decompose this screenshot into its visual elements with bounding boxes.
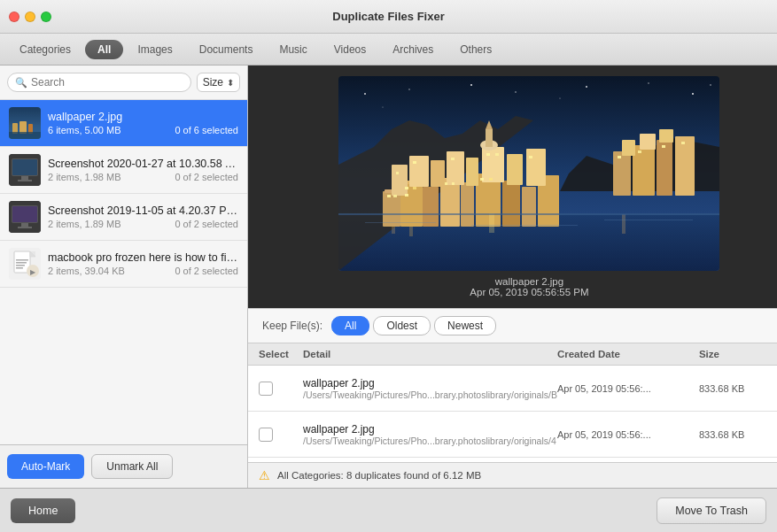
- home-button[interactable]: Home: [11, 498, 75, 523]
- list-item[interactable]: wallpaper 2.jpg 6 items, 5.00 MB 0 of 6 …: [0, 100, 247, 147]
- tab-others[interactable]: Others: [447, 40, 504, 59]
- row-date-col: Apr 05, 2019 05:56:...: [557, 383, 699, 394]
- row-checkbox[interactable]: [259, 428, 273, 442]
- svg-rect-47: [526, 149, 546, 186]
- file-info: Screenshot 2019-11-05 at 4.20.37 PM... 2…: [48, 204, 238, 229]
- row-detail-col: wallpaper 2.jpg /Users/Tweaking/Pictures…: [303, 423, 557, 446]
- file-meta: 2 items, 39.04 KB 0 of 2 selected: [48, 266, 238, 276]
- status-message: All Categories: 8 duplicates found of 6.…: [277, 470, 481, 481]
- move-to-trash-button[interactable]: Move To Trash: [657, 497, 766, 524]
- tab-images[interactable]: Images: [125, 40, 184, 59]
- auto-mark-button[interactable]: Auto-Mark: [7, 454, 84, 479]
- svg-rect-41: [409, 156, 429, 187]
- file-meta: 2 items, 1.98 MB 0 of 2 selected: [48, 172, 238, 182]
- svg-rect-81: [622, 214, 625, 234]
- file-items: 6 items, 5.00 MB: [48, 125, 121, 135]
- svg-rect-56: [489, 178, 493, 181]
- svg-text:▶: ▶: [30, 268, 36, 276]
- svg-rect-53: [445, 182, 447, 185]
- svg-rect-10: [18, 180, 32, 181]
- svg-point-93: [711, 84, 712, 86]
- traffic-lights: [9, 12, 51, 22]
- svg-rect-13: [12, 206, 37, 222]
- tab-categories[interactable]: Categories: [7, 40, 83, 59]
- svg-rect-57: [396, 172, 399, 174]
- list-item[interactable]: ▶ macbook pro frozen here is how to fix.…: [0, 241, 247, 288]
- col-header-detail: Detail: [303, 349, 557, 359]
- file-name: wallpaper 2.jpg: [48, 111, 238, 123]
- table-row[interactable]: wallpaper 2.jpg /Users/Tweaking/Pictures…: [248, 366, 777, 412]
- search-box[interactable]: 🔍: [7, 73, 191, 92]
- svg-rect-64: [486, 129, 493, 147]
- svg-rect-75: [638, 150, 641, 153]
- row-date-col: Apr 05, 2019 05:56:...: [557, 429, 699, 440]
- file-selected: 0 of 2 selected: [175, 172, 238, 182]
- svg-rect-46: [507, 154, 523, 185]
- svg-rect-49: [393, 195, 397, 197]
- svg-rect-60: [486, 153, 490, 156]
- status-bar: ⚠ All Categories: 8 duplicates found of …: [248, 462, 777, 488]
- file-selected: 0 of 6 selected: [175, 125, 238, 135]
- search-input[interactable]: [31, 76, 183, 89]
- unmark-all-button[interactable]: Unmark All: [91, 454, 173, 479]
- svg-rect-9: [21, 176, 28, 180]
- table-row[interactable]: wallpaper 2.jpg /Users/Tweaking/Pictures…: [248, 412, 777, 458]
- svg-rect-84: [471, 225, 578, 226]
- close-button[interactable]: [9, 12, 19, 22]
- minimize-button[interactable]: [25, 12, 35, 22]
- svg-rect-82: [338, 213, 719, 215]
- svg-rect-5: [9, 132, 41, 139]
- preview-image-container: [338, 76, 719, 271]
- row-path: /Users/Tweaking/Pictures/Pho...brary.pho…: [303, 436, 557, 446]
- tab-all[interactable]: All: [85, 40, 123, 59]
- file-thumbnail: ▶: [9, 248, 41, 280]
- file-items: 2 items, 1.98 MB: [48, 172, 121, 182]
- sort-dropdown[interactable]: Size ⬍: [197, 73, 240, 92]
- file-selected: 0 of 2 selected: [175, 219, 238, 229]
- row-path: /Users/Tweaking/Pictures/Pho...brary.pho…: [303, 389, 557, 400]
- file-thumbnail: [9, 154, 41, 186]
- svg-rect-44: [466, 158, 478, 186]
- search-icon: 🔍: [15, 77, 27, 89]
- svg-rect-42: [431, 160, 445, 187]
- svg-rect-67: [613, 151, 631, 196]
- svg-rect-8: [12, 159, 37, 175]
- keep-option-all[interactable]: All: [331, 316, 369, 335]
- maximize-button[interactable]: [41, 12, 51, 22]
- svg-rect-33: [423, 187, 439, 227]
- svg-rect-37: [502, 181, 520, 227]
- svg-point-86: [364, 93, 366, 95]
- file-items: 2 items, 39.04 KB: [48, 266, 125, 276]
- keep-files-section: Keep File(s): All Oldest Newest: [248, 309, 777, 343]
- svg-rect-61: [495, 153, 499, 156]
- list-item[interactable]: Screenshot 2020-01-27 at 10.30.58 A... 2…: [0, 147, 247, 194]
- table-section: wallpaper 2.jpg /Users/Tweaking/Pictures…: [248, 366, 777, 462]
- svg-rect-52: [405, 194, 408, 197]
- svg-rect-70: [675, 136, 695, 196]
- svg-rect-62: [529, 156, 532, 158]
- tab-music[interactable]: Music: [267, 40, 319, 59]
- tab-archives[interactable]: Archives: [380, 40, 446, 59]
- row-size-col: 833.68 KB: [699, 429, 777, 440]
- svg-rect-45: [482, 147, 504, 182]
- row-detail-col: wallpaper 2.jpg /Users/Tweaking/Pictures…: [303, 377, 557, 400]
- svg-rect-20: [16, 259, 28, 261]
- keep-option-newest[interactable]: Newest: [434, 316, 496, 335]
- main-content: 🔍 Size ⬍: [0, 66, 777, 488]
- svg-rect-58: [413, 161, 416, 164]
- svg-rect-19: [30, 251, 35, 257]
- svg-rect-55: [480, 178, 484, 181]
- svg-point-90: [586, 86, 587, 88]
- row-checkbox[interactable]: [259, 382, 273, 396]
- col-header-select: Select: [259, 349, 303, 359]
- list-item[interactable]: Screenshot 2019-11-05 at 4.20.37 PM... 2…: [0, 194, 247, 241]
- tab-documents[interactable]: Documents: [187, 40, 266, 59]
- svg-rect-85: [604, 220, 693, 220]
- svg-rect-22: [16, 265, 25, 266]
- preview-filename: wallpaper 2.jpg: [495, 276, 563, 287]
- file-name: Screenshot 2019-11-05 at 4.20.37 PM...: [48, 204, 238, 217]
- svg-rect-38: [522, 187, 536, 227]
- keep-option-oldest[interactable]: Oldest: [373, 316, 431, 335]
- tab-videos[interactable]: Videos: [322, 40, 378, 59]
- svg-rect-71: [622, 140, 635, 156]
